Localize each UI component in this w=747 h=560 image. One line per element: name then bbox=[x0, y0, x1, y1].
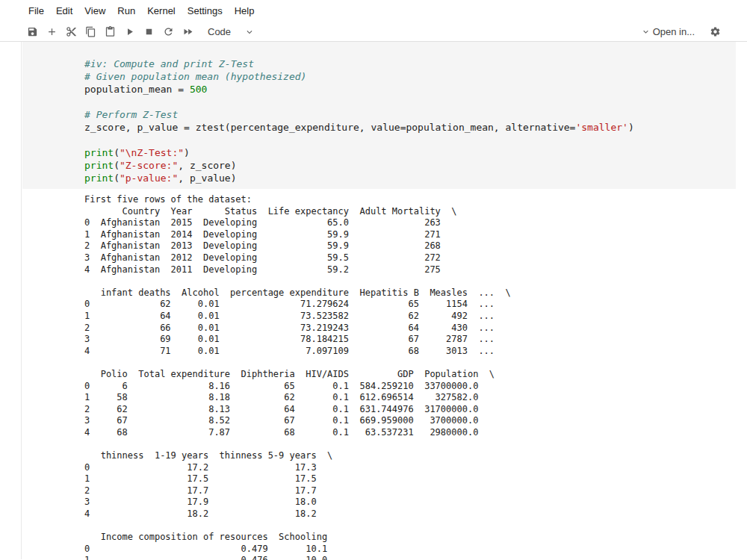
stop-icon bbox=[143, 26, 155, 37]
run-button[interactable] bbox=[120, 23, 138, 41]
copy-button[interactable] bbox=[81, 23, 99, 41]
code-line: print("\nZ-Test:") bbox=[84, 146, 730, 159]
save-icon bbox=[27, 26, 38, 37]
output-line: Country Year Status Life expectancy Adul… bbox=[84, 206, 741, 218]
code-line bbox=[84, 96, 730, 108]
output-line: 0 Afghanistan 2015 Developing 65.0 263 bbox=[84, 217, 741, 229]
menu-item-help[interactable]: Help bbox=[229, 0, 261, 22]
notebook-panel: #iv: Compute and print Z-Test# Given pop… bbox=[0, 42, 747, 559]
menu-item-settings[interactable]: Settings bbox=[182, 0, 229, 22]
output-line: 4 71 0.01 7.097109 68 3013 ... bbox=[84, 346, 741, 358]
output-line: 2 Afghanistan 2013 Developing 59.9 268 bbox=[84, 240, 741, 252]
notebook-toolbar: Code Open in... bbox=[0, 22, 747, 42]
menu-item-edit[interactable]: Edit bbox=[50, 0, 78, 22]
toolbar-icons bbox=[22, 23, 197, 41]
cell-type-dropdown[interactable]: Code bbox=[208, 26, 255, 37]
paste-icon bbox=[105, 26, 116, 37]
restart-button[interactable] bbox=[159, 23, 177, 41]
settings-gear-button[interactable] bbox=[706, 23, 724, 41]
output-line: 4 18.2 18.2 bbox=[84, 508, 741, 520]
output-line: 0 0.479 10.1 bbox=[84, 544, 741, 556]
output-line: 0 6 8.16 65 0.1 584.259210 33700000.0 bbox=[84, 381, 741, 393]
run-all-icon bbox=[182, 26, 193, 37]
menu-item-kernel[interactable]: Kernel bbox=[141, 0, 182, 22]
jupyterlab-window: FileEditViewRunKernelSettingsHelp Code O… bbox=[0, 0, 747, 559]
chevron-down-icon bbox=[641, 27, 653, 37]
copy-icon bbox=[85, 26, 96, 37]
code-line: # Given population mean (hypothesized) bbox=[84, 70, 730, 83]
output-line: First five rows of the dataset: bbox=[84, 194, 741, 206]
save-button[interactable] bbox=[23, 23, 41, 41]
menu-item-run[interactable]: Run bbox=[111, 0, 141, 22]
output-line: 2 17.7 17.7 bbox=[84, 485, 741, 497]
run-icon bbox=[124, 26, 135, 37]
open-in-label: Open in... bbox=[653, 26, 695, 37]
output-line: 2 66 0.01 73.219243 64 430 ... bbox=[84, 323, 741, 335]
code-line: z_score, p_value = ztest(percentage_expe… bbox=[84, 121, 730, 134]
cut-button[interactable] bbox=[62, 23, 80, 41]
run-all-button[interactable] bbox=[179, 23, 196, 41]
code-line: #iv: Compute and print Z-Test bbox=[84, 57, 730, 70]
chevron-down-icon bbox=[231, 27, 255, 37]
menu-item-view[interactable]: View bbox=[78, 0, 111, 22]
stop-button[interactable] bbox=[140, 23, 158, 41]
output-line: 3 17.9 18.0 bbox=[84, 497, 741, 508]
output-line: 3 69 0.01 78.184215 67 2787 ... bbox=[84, 334, 741, 346]
add-button[interactable] bbox=[43, 23, 61, 41]
output-line: 1 Afghanistan 2014 Developing 59.9 271 bbox=[84, 229, 741, 241]
menu-item-file[interactable]: File bbox=[22, 0, 50, 22]
code-line bbox=[84, 134, 730, 146]
output-line: 3 Afghanistan 2012 Developing 59.5 272 bbox=[84, 252, 741, 264]
output-line: infant deaths Alcohol percentage expendi… bbox=[84, 287, 741, 299]
menu-bar: FileEditViewRunKernelSettingsHelp bbox=[0, 0, 747, 22]
output-line bbox=[84, 520, 741, 532]
cut-icon bbox=[66, 26, 77, 37]
output-line bbox=[84, 357, 741, 369]
output-line: 0 62 0.01 71.279624 65 1154 ... bbox=[84, 299, 741, 311]
code-line: population_mean = 500 bbox=[84, 83, 730, 96]
output-area: First five rows of the dataset: Country … bbox=[22, 189, 747, 560]
open-in-dropdown[interactable]: Open in... bbox=[641, 26, 695, 37]
output-line: Income composition of resources Schoolin… bbox=[84, 532, 741, 544]
code-editor[interactable]: #iv: Compute and print Z-Test# Given pop… bbox=[84, 57, 730, 184]
code-line: print("p-value:", p_value) bbox=[84, 172, 730, 184]
restart-icon bbox=[163, 26, 174, 37]
paste-button[interactable] bbox=[101, 23, 119, 41]
output-line: 1 58 8.18 62 0.1 612.696514 327582.0 bbox=[84, 392, 741, 404]
output-line: 0 17.2 17.3 bbox=[84, 462, 741, 474]
gear-icon bbox=[710, 26, 721, 37]
output-line: thinness 1-19 years thinness 5-9 years \ bbox=[84, 450, 741, 462]
add-icon bbox=[46, 26, 58, 37]
panel-divider bbox=[21, 42, 22, 559]
output-line: 2 62 8.13 64 0.1 631.744976 31700000.0 bbox=[84, 404, 741, 416]
code-line: # Perform Z-Test bbox=[84, 108, 730, 121]
output-line: 1 0.476 10.0 bbox=[84, 555, 741, 560]
output-line: 4 Afghanistan 2011 Developing 59.2 275 bbox=[84, 264, 741, 276]
output-line bbox=[84, 276, 741, 287]
output-line: 3 67 8.52 67 0.1 669.959000 3700000.0 bbox=[84, 415, 741, 427]
cell-type-label: Code bbox=[208, 26, 231, 37]
output-line: 4 68 7.87 68 0.1 63.537231 2980000.0 bbox=[84, 427, 741, 439]
output-line bbox=[84, 438, 741, 450]
output-line: 1 17.5 17.5 bbox=[84, 473, 741, 485]
code-cell[interactable]: #iv: Compute and print Z-Test# Given pop… bbox=[22, 42, 736, 189]
output-line: 1 64 0.01 73.523582 62 492 ... bbox=[84, 311, 741, 323]
code-line: print("Z-score:", z_score) bbox=[84, 159, 730, 172]
output-line: Polio Total expenditure Diphtheria HIV/A… bbox=[84, 369, 741, 381]
